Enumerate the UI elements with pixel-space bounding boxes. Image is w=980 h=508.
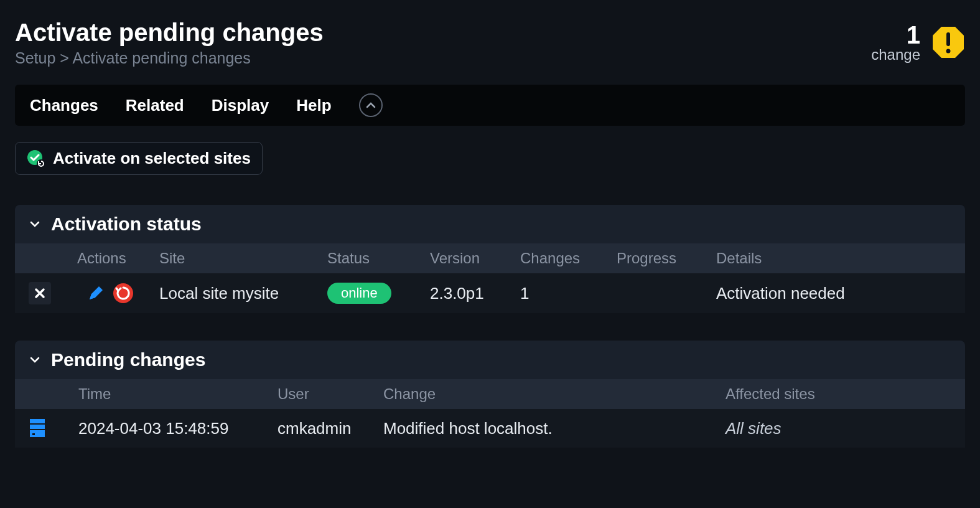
- svg-rect-1: [946, 32, 950, 46]
- cell-version: 2.3.0p1: [430, 284, 520, 303]
- chevron-up-icon: [366, 100, 376, 110]
- change-label: change: [871, 47, 920, 62]
- breadcrumb: Setup > Activate pending changes: [15, 49, 324, 67]
- svg-rect-7: [30, 425, 45, 429]
- activate-selected-button[interactable]: Activate on selected sites: [15, 142, 263, 175]
- activation-status-panel: Activation status Actions Site Status Ve…: [15, 205, 965, 313]
- close-icon: [34, 288, 45, 299]
- page-title: Activate pending changes: [15, 19, 324, 47]
- change-count: 1: [871, 22, 920, 47]
- restart-icon: [113, 283, 134, 304]
- pending-table-header: Time User Change Affected sites: [15, 379, 965, 409]
- status-pill: online: [327, 283, 391, 304]
- menu-help[interactable]: Help: [296, 96, 331, 115]
- col-details: Details: [716, 250, 951, 267]
- col-version: Version: [430, 250, 520, 267]
- menu-collapse-toggle[interactable]: [359, 93, 383, 117]
- remove-button[interactable]: [29, 282, 51, 304]
- activate-icon: [27, 149, 45, 168]
- svg-rect-9: [32, 433, 35, 435]
- svg-rect-6: [30, 419, 45, 423]
- pencil-icon: [86, 284, 105, 303]
- svg-point-5: [113, 283, 133, 303]
- menu-changes[interactable]: Changes: [30, 96, 98, 115]
- menu-related[interactable]: Related: [126, 96, 184, 115]
- host-icon: [29, 418, 46, 439]
- change-indicator[interactable]: 1 change: [871, 22, 965, 62]
- col-site: Site: [159, 250, 327, 267]
- col-time: Time: [78, 385, 278, 403]
- warning-icon: [931, 26, 965, 59]
- col-affected: Affected sites: [726, 385, 951, 403]
- cell-change: Modified host localhost.: [383, 419, 726, 438]
- svg-point-2: [946, 49, 951, 54]
- activate-button-label: Activate on selected sites: [53, 149, 251, 168]
- pending-changes-header[interactable]: Pending changes: [15, 341, 965, 379]
- table-row: 2024-04-03 15:48:59 cmkadmin Modified ho…: [15, 409, 965, 448]
- col-changes: Changes: [520, 250, 617, 267]
- col-progress: Progress: [617, 250, 716, 267]
- cell-user: cmkadmin: [278, 419, 383, 438]
- menu-bar: Changes Related Display Help: [15, 85, 965, 126]
- cell-site: Local site mysite: [159, 284, 327, 303]
- restart-button[interactable]: [112, 282, 134, 304]
- table-row: Local site mysite online 2.3.0p1 1 Activ…: [15, 273, 965, 313]
- cell-affected: All sites: [726, 419, 951, 438]
- page-header: Activate pending changes Setup > Activat…: [15, 19, 965, 67]
- cell-changes: 1: [520, 284, 617, 303]
- activation-status-title: Activation status: [51, 214, 202, 235]
- col-actions: Actions: [29, 250, 159, 267]
- col-user: User: [278, 385, 383, 403]
- col-change: Change: [383, 385, 726, 403]
- menu-display[interactable]: Display: [212, 96, 269, 115]
- edit-button[interactable]: [85, 282, 107, 304]
- pending-changes-panel: Pending changes Time User Change Affecte…: [15, 341, 965, 448]
- svg-rect-8: [30, 430, 45, 437]
- activation-table-header: Actions Site Status Version Changes Prog…: [15, 243, 965, 273]
- activation-status-header[interactable]: Activation status: [15, 205, 965, 243]
- cell-time: 2024-04-03 15:48:59: [78, 419, 278, 438]
- chevron-down-icon: [29, 218, 41, 230]
- cell-details: Activation needed: [716, 284, 951, 303]
- pending-changes-title: Pending changes: [51, 349, 205, 370]
- col-status: Status: [327, 250, 430, 267]
- chevron-down-icon: [29, 354, 41, 366]
